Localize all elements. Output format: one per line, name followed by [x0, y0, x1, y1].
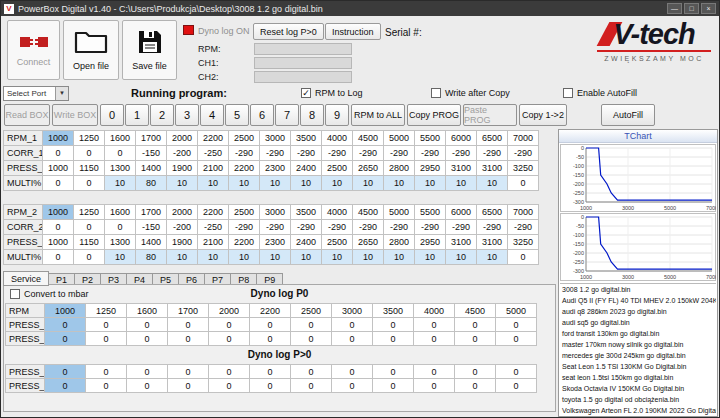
table-cell[interactable]: 10: [228, 249, 260, 265]
table-cell[interactable]: 2100: [197, 160, 229, 176]
table-cell[interactable]: 5000: [383, 204, 415, 220]
table-cell[interactable]: 10: [166, 175, 198, 191]
table-cell[interactable]: 0: [413, 364, 455, 379]
file-list-item[interactable]: 3008 1.2 go digital.bin: [560, 284, 716, 295]
table-cell[interactable]: 4500: [454, 303, 496, 318]
table-cell[interactable]: -290: [414, 219, 446, 235]
table-cell[interactable]: 80: [135, 175, 167, 191]
table-cell[interactable]: 0: [372, 317, 414, 332]
table-cell[interactable]: 0: [495, 364, 537, 379]
table-cell[interactable]: 0: [507, 175, 539, 191]
program-button-9[interactable]: 9: [325, 104, 349, 126]
open-file-button[interactable]: Open file: [63, 20, 119, 80]
table-cell[interactable]: 10: [104, 175, 136, 191]
table-cell[interactable]: 0: [42, 249, 74, 265]
program-button-2[interactable]: 2: [150, 104, 174, 126]
table-cell[interactable]: 0: [495, 331, 537, 346]
table-cell[interactable]: 0: [454, 364, 496, 379]
table-cell[interactable]: 10: [290, 175, 322, 191]
table-cell[interactable]: 0: [290, 331, 332, 346]
table-cell[interactable]: 6000: [445, 204, 477, 220]
instruction-button[interactable]: Instruction: [325, 23, 381, 40]
table-cell[interactable]: 2200: [249, 303, 291, 318]
table-cell[interactable]: 10: [414, 249, 446, 265]
table-cell[interactable]: 0: [495, 317, 537, 332]
table-cell[interactable]: 10: [228, 175, 260, 191]
table-cell[interactable]: -290: [383, 145, 415, 161]
table-cell[interactable]: 0: [73, 219, 105, 235]
table-cell[interactable]: 1600: [126, 303, 168, 318]
table-cell[interactable]: 3250: [507, 234, 539, 250]
program-button-7[interactable]: 7: [275, 104, 299, 126]
table-cell[interactable]: 2500: [228, 130, 260, 146]
table-cell[interactable]: 2400: [290, 160, 322, 176]
table-cell[interactable]: 2000: [166, 130, 198, 146]
table-cell[interactable]: 4000: [321, 204, 353, 220]
file-list-item[interactable]: seat leon 1.5tsi 150km go digital.bin: [560, 372, 716, 383]
table-cell[interactable]: 4500: [352, 204, 384, 220]
table-cell[interactable]: 0: [454, 331, 496, 346]
file-list-item[interactable]: ford transit 130km go digital.bin: [560, 328, 716, 339]
table-cell[interactable]: 80: [135, 249, 167, 265]
table-cell[interactable]: 0: [290, 364, 332, 379]
rpm-to-all-button[interactable]: RPM to ALL: [351, 104, 405, 126]
table-cell[interactable]: 0: [85, 317, 127, 332]
table-cell[interactable]: 1700: [167, 303, 209, 318]
table-cell[interactable]: 2500: [321, 234, 353, 250]
table-cell[interactable]: 6500: [476, 130, 508, 146]
table-cell[interactable]: 1250: [85, 303, 127, 318]
maximize-button[interactable]: □: [684, 3, 699, 14]
table-cell[interactable]: 6500: [476, 204, 508, 220]
table-cell[interactable]: 3000: [259, 204, 291, 220]
table-cell[interactable]: -290: [476, 219, 508, 235]
table-cell[interactable]: 10: [321, 249, 353, 265]
table-cell[interactable]: 3100: [445, 160, 477, 176]
table-cell[interactable]: -290: [321, 219, 353, 235]
table-cell[interactable]: -290: [290, 145, 322, 161]
table-cell[interactable]: 3100: [445, 234, 477, 250]
table-cell[interactable]: -150: [135, 145, 167, 161]
table-cell[interactable]: 1150: [73, 234, 105, 250]
table-cell[interactable]: 3500: [290, 204, 322, 220]
table-cell[interactable]: 0: [104, 219, 136, 235]
copy-prog-button[interactable]: Copy PROG: [407, 104, 461, 126]
paste-prog-button[interactable]: Paste PROG: [463, 104, 517, 126]
file-list-item[interactable]: mercedes gle 300d 245km go digital.bin: [560, 350, 716, 361]
table-cell[interactable]: 10: [104, 249, 136, 265]
table-cell[interactable]: 0: [85, 331, 127, 346]
table-cell[interactable]: 10: [383, 249, 415, 265]
table-cell[interactable]: 2300: [259, 234, 291, 250]
table-cell[interactable]: 0: [331, 378, 373, 393]
table-cell[interactable]: 2500: [321, 160, 353, 176]
table-cell[interactable]: 0: [454, 317, 496, 332]
table-cell[interactable]: 1250: [73, 130, 105, 146]
table-cell[interactable]: 0: [126, 364, 168, 379]
table-cell[interactable]: 0: [208, 317, 250, 332]
table-cell[interactable]: -290: [414, 145, 446, 161]
table-cell[interactable]: 10: [352, 175, 384, 191]
table-cell[interactable]: -290: [259, 219, 291, 235]
program-button-1[interactable]: 1: [125, 104, 149, 126]
table-cell[interactable]: 0: [208, 364, 250, 379]
table-cell[interactable]: 0: [44, 364, 86, 379]
table-cell[interactable]: 10: [476, 175, 508, 191]
table-cell[interactable]: -290: [445, 219, 477, 235]
table-cell[interactable]: 0: [331, 331, 373, 346]
table-cell[interactable]: 1150: [73, 160, 105, 176]
file-list-item[interactable]: audi q8 286km 2023 go digital.bin: [560, 306, 716, 317]
table-cell[interactable]: 0: [290, 378, 332, 393]
table-cell[interactable]: 7000: [507, 204, 539, 220]
table-cell[interactable]: 2000: [208, 303, 250, 318]
table-cell[interactable]: -200: [166, 145, 198, 161]
table-cell[interactable]: 10: [476, 249, 508, 265]
table-cell[interactable]: -290: [352, 145, 384, 161]
table-cell[interactable]: 0: [249, 364, 291, 379]
table-cell[interactable]: 4500: [352, 130, 384, 146]
file-list-item[interactable]: Audi Q5 II (FY FL) 40 TDI MHEV 2.0 150kW…: [560, 295, 716, 306]
table-cell[interactable]: -150: [135, 219, 167, 235]
table-cell[interactable]: -290: [507, 219, 539, 235]
table-cell[interactable]: 10: [197, 249, 229, 265]
table-cell[interactable]: 2200: [228, 234, 260, 250]
table-cell[interactable]: 1400: [135, 234, 167, 250]
table-cell[interactable]: 10: [445, 249, 477, 265]
